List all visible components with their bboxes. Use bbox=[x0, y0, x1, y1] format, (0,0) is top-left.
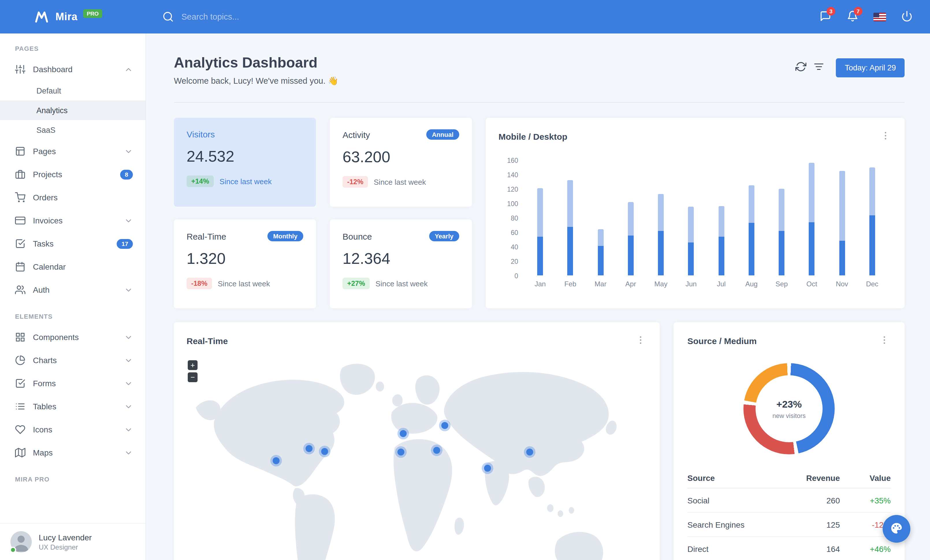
stats-grid: Visitors24.532+14%Since last weekActivit… bbox=[174, 118, 472, 308]
sidebar-item-auth[interactable]: Auth bbox=[0, 278, 146, 301]
bar-segment-mobile bbox=[809, 222, 815, 275]
bar-feb[interactable] bbox=[556, 160, 586, 275]
y-axis-tick: 140 bbox=[507, 172, 518, 178]
stat-change-badge: +14% bbox=[186, 175, 214, 187]
stat-value: 24.532 bbox=[186, 148, 303, 166]
bar-jul[interactable] bbox=[706, 160, 736, 275]
user-avatar bbox=[11, 531, 32, 552]
map-marker[interactable] bbox=[321, 448, 328, 455]
bar-apr[interactable] bbox=[616, 160, 646, 275]
bar-segment-mobile bbox=[869, 216, 875, 276]
y-axis-tick: 160 bbox=[507, 157, 518, 164]
bar-may[interactable] bbox=[646, 160, 676, 275]
map-marker[interactable] bbox=[441, 422, 448, 429]
bar-mar[interactable] bbox=[585, 160, 616, 275]
chevron-down-icon bbox=[124, 379, 133, 388]
credit-card-icon bbox=[15, 215, 25, 226]
brand[interactable]: Mira PRO bbox=[0, 10, 146, 24]
pie-chart-icon bbox=[15, 355, 25, 365]
map-marker[interactable] bbox=[400, 430, 407, 437]
main-content: Analytics Dashboard Welcome back, Lucy! … bbox=[146, 34, 930, 560]
sidebar-item-label: Components bbox=[33, 333, 79, 342]
notifications-button[interactable]: 7 bbox=[841, 5, 864, 28]
world-map: + − bbox=[186, 354, 647, 560]
sidebar-item-tasks[interactable]: Tasks17 bbox=[0, 232, 146, 255]
sign-out-button[interactable] bbox=[895, 5, 918, 28]
bar-segment-desktop bbox=[718, 206, 724, 236]
sidebar-item-charts[interactable]: Charts bbox=[0, 349, 146, 372]
x-axis-label: Apr bbox=[616, 280, 646, 288]
y-axis-tick: 20 bbox=[511, 258, 518, 265]
theme-settings-button[interactable] bbox=[883, 515, 910, 543]
sidebar-subitem-saas[interactable]: SaaS bbox=[0, 120, 146, 140]
chart-title: Mobile / Desktop bbox=[499, 132, 567, 141]
bar-oct[interactable] bbox=[797, 160, 827, 275]
card-menu-button[interactable] bbox=[879, 129, 892, 144]
cell-revenue: 164 bbox=[777, 537, 840, 560]
map-marker[interactable] bbox=[433, 446, 440, 454]
sidebar-item-projects[interactable]: Projects8 bbox=[0, 163, 146, 186]
bar-dec[interactable] bbox=[857, 160, 888, 275]
map-marker[interactable] bbox=[484, 465, 491, 472]
stat-change-badge: +27% bbox=[343, 278, 370, 289]
page-subtitle: Welcome back, Lucy! We've missed you. 👋 bbox=[174, 76, 338, 86]
card-menu-button[interactable] bbox=[878, 334, 891, 348]
bar-sep[interactable] bbox=[767, 160, 797, 275]
brand-name: Mira bbox=[55, 11, 77, 23]
card-menu-button[interactable] bbox=[634, 334, 647, 348]
world-map-image bbox=[186, 354, 647, 560]
messages-button[interactable]: 3 bbox=[814, 5, 837, 28]
sidebar-item-dashboard[interactable]: Dashboard bbox=[0, 58, 146, 81]
bar-segment-mobile bbox=[537, 236, 543, 275]
more-vertical-icon bbox=[879, 335, 890, 347]
filter-button[interactable] bbox=[810, 58, 828, 77]
x-axis: JanFebMarAprMayJunJulAugSepOctNovDec bbox=[525, 280, 887, 288]
page-title: Analytics Dashboard bbox=[174, 54, 338, 71]
sidebar-item-icons[interactable]: Icons bbox=[0, 418, 146, 441]
sidebar-item-maps[interactable]: Maps bbox=[0, 441, 146, 464]
bar-chart: 020406080100120140160 JanFebMarAprMayJun… bbox=[499, 160, 892, 296]
bar-jan[interactable] bbox=[525, 160, 556, 275]
sidebar-subitem-default[interactable]: Default bbox=[0, 81, 146, 100]
bar-aug[interactable] bbox=[736, 160, 767, 275]
sidebar-item-label: Auth bbox=[33, 285, 50, 295]
bar-nov[interactable] bbox=[827, 160, 857, 275]
donut-chart: +23% new visitors bbox=[744, 363, 835, 454]
map-marker[interactable] bbox=[306, 445, 313, 452]
x-axis-label: Feb bbox=[556, 280, 586, 288]
sidebar-item-forms[interactable]: Forms bbox=[0, 372, 146, 395]
bar-jun[interactable] bbox=[676, 160, 707, 275]
sidebar-user[interactable]: Lucy Lavender UX Designer bbox=[0, 523, 146, 560]
zoom-in-button[interactable]: + bbox=[188, 360, 197, 370]
zoom-out-button[interactable]: − bbox=[188, 372, 197, 382]
sidebar-item-tables[interactable]: Tables bbox=[0, 395, 146, 418]
sidebar-item-orders[interactable]: Orders bbox=[0, 186, 146, 209]
sidebar-item-components[interactable]: Components bbox=[0, 325, 146, 349]
x-axis-label: Mar bbox=[585, 280, 616, 288]
map-marker[interactable] bbox=[526, 449, 533, 456]
y-axis-tick: 120 bbox=[507, 186, 518, 193]
bars-plot bbox=[525, 160, 887, 275]
language-flag-button[interactable] bbox=[868, 5, 891, 28]
search-input[interactable] bbox=[180, 12, 313, 22]
x-axis-label: Nov bbox=[827, 280, 857, 288]
date-range-button[interactable]: Today: April 29 bbox=[836, 58, 905, 77]
sidebar-item-invoices[interactable]: Invoices bbox=[0, 209, 146, 232]
sidebar-item-label: Orders bbox=[33, 193, 58, 202]
sidebar-item-calendar[interactable]: Calendar bbox=[0, 255, 146, 278]
map-marker[interactable] bbox=[273, 457, 280, 464]
refresh-button[interactable] bbox=[792, 58, 810, 77]
briefcase-icon bbox=[15, 169, 25, 180]
sidebar-subitem-analytics[interactable]: Analytics bbox=[0, 100, 146, 120]
bar-segment-desktop bbox=[568, 180, 573, 227]
chevron-down-icon bbox=[124, 448, 133, 457]
source-medium-card: Source / Medium +23% new visitors bbox=[673, 322, 905, 560]
sidebar-item-label: Icons bbox=[33, 425, 52, 434]
sidebar-item-pages[interactable]: Pages bbox=[0, 140, 146, 163]
header-actions: Today: April 29 bbox=[792, 58, 905, 77]
stat-card-activity: ActivityAnnual63.200-12%Since last week bbox=[330, 118, 472, 207]
map-card-title: Real-Time bbox=[186, 336, 228, 346]
sidebar-section-header: PAGES bbox=[0, 34, 146, 58]
filter-icon bbox=[814, 61, 825, 74]
map-marker[interactable] bbox=[397, 449, 404, 456]
